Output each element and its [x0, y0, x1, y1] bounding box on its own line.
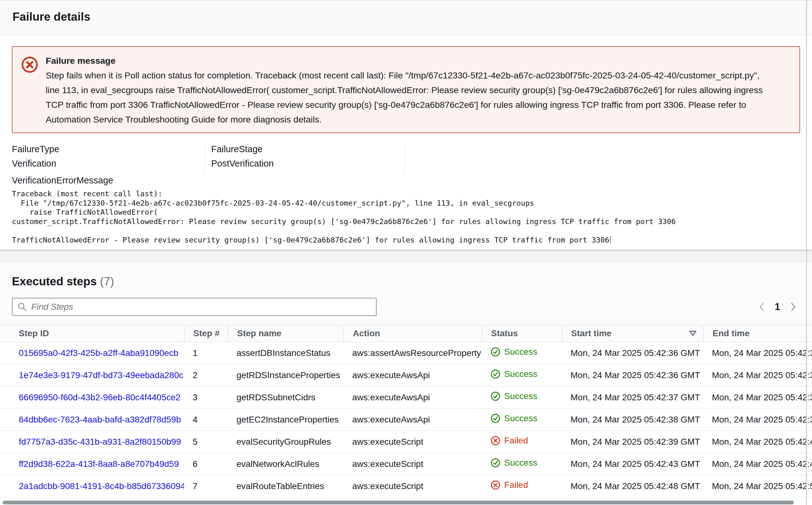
traceback-line: [12, 226, 800, 235]
end-time: Mon, 24 Mar 2025 05:42:51: [703, 481, 812, 491]
failure-details-header: Failure details: [0, 1, 812, 35]
status-badge: Success: [490, 458, 537, 468]
page-title: Failure details: [12, 11, 800, 23]
status-badge: Failed: [490, 436, 528, 446]
tools-row: 1: [12, 298, 800, 316]
status-badge: Success: [490, 369, 537, 379]
table-row: 015695a0-42f3-425b-a2ff-4aba91090ecb 1 a…: [0, 342, 812, 364]
table-row: 64dbb6ec-7623-4aab-bafd-a382df78d59b 4 g…: [0, 409, 812, 431]
status-badge: Success: [490, 391, 537, 401]
step-id-link[interactable]: 2a1adcbb-9081-4191-8c4b-b85d67336094: [19, 481, 184, 491]
step-action: aws:executeAwsApi: [343, 392, 482, 402]
table-row: 66696950-f60d-43b2-96eb-80c4f4405ce2 3 g…: [0, 386, 812, 409]
status-text: Success: [504, 369, 537, 379]
start-time: Mon, 24 Mar 2025 05:42:37 GMT: [562, 392, 703, 402]
pagination: 1: [756, 300, 800, 314]
executed-steps-tools: Executed steps(7) 1: [0, 262, 812, 325]
steps-count: (7): [100, 275, 114, 288]
step-name: evalSecurityGroupRules: [228, 437, 343, 447]
alert-text: Failure message Step fails when it is Po…: [46, 55, 771, 127]
column-header-status: Status: [482, 325, 562, 342]
failed-icon: [490, 480, 500, 490]
end-time: Mon, 24 Mar 2025 05:42:36: [703, 348, 812, 358]
search-input[interactable]: [31, 299, 371, 315]
verification-error-section: VerificationErrorMessage Traceback (most…: [12, 175, 800, 245]
step-action: aws:executeScript: [343, 459, 482, 469]
text-cursor: [610, 236, 611, 243]
traceback-text: TrafficNotAllowedError - Please review s…: [12, 235, 609, 244]
executed-steps-heading: Executed steps(7): [12, 275, 800, 289]
step-name: evalNetworkAclRules: [228, 459, 343, 469]
end-time: Mon, 24 Mar 2025 05:42:37: [703, 370, 812, 380]
failure-details-body: Failure message Step fails when it is Po…: [0, 35, 812, 250]
vertical-scrollbar-track[interactable]: [806, 0, 807, 505]
traceback-line: File "/tmp/67c12330-5f21-4e2b-a67c-ac023…: [12, 199, 800, 208]
search-icon: [17, 302, 27, 312]
sort-descending-icon: [689, 330, 697, 337]
step-id-link[interactable]: 66696950-f60d-43b2-96eb-80c4f4405ce2: [19, 392, 181, 402]
end-time: Mon, 24 Mar 2025 05:42:43: [703, 437, 812, 447]
end-time: Mon, 24 Mar 2025 05:42:39: [703, 415, 812, 425]
status-text: Success: [504, 347, 537, 357]
start-time: Mon, 24 Mar 2025 05:42:43 GMT: [562, 459, 703, 469]
step-number: 6: [184, 459, 228, 469]
status-badge: Failed: [490, 480, 528, 490]
horizontal-scrollbar-thumb[interactable]: [2, 501, 794, 504]
step-action: aws:executeScript: [343, 437, 482, 447]
traceback-line: Traceback (most recent call last):: [12, 189, 800, 199]
step-action: aws:executeAwsApi: [343, 370, 482, 380]
executed-steps-title: Executed steps: [12, 275, 97, 288]
start-time: Mon, 24 Mar 2025 05:42:48 GMT: [562, 481, 703, 491]
status-text: Success: [504, 391, 537, 401]
step-id-link[interactable]: fd7757a3-d35c-431b-a931-8a2f80150b99: [19, 437, 181, 447]
table-header: Step ID Step # Step name Action Status S…: [0, 325, 812, 342]
verification-error-label: VerificationErrorMessage: [12, 175, 800, 186]
step-name: getEC2InstanceProperties: [228, 415, 343, 425]
success-icon: [490, 369, 500, 379]
failure-fields: FailureType Verification FailureStage Po…: [12, 144, 800, 173]
success-icon: [490, 347, 500, 357]
previous-page-button[interactable]: [756, 300, 768, 314]
table-row: 2a1adcbb-9081-4191-8c4b-b85d67336094 7 e…: [0, 475, 812, 498]
success-icon: [490, 391, 500, 401]
failure-type-value: Verification: [12, 158, 204, 169]
step-number: 2: [184, 370, 228, 380]
table-row: 1e74e3e3-9179-47df-bd73-49eebada280c 2 g…: [0, 364, 812, 386]
status-badge: Success: [490, 347, 537, 357]
step-action: aws:assertAwsResourceProperty: [343, 348, 482, 358]
success-icon: [490, 413, 500, 424]
step-id-link[interactable]: 1e74e3e3-9179-47df-bd73-49eebada280c: [19, 370, 183, 380]
failure-stage-value: PostVerification: [211, 158, 404, 169]
start-time-label: Start time: [571, 328, 611, 338]
step-id-link[interactable]: ff2d9d38-622a-413f-8aa8-a8e707b49d59: [19, 459, 179, 469]
end-time: Mon, 24 Mar 2025 05:42:38: [703, 392, 812, 402]
error-icon: [21, 56, 39, 74]
step-number: 7: [184, 481, 228, 491]
failure-type-field: FailureType Verification: [12, 144, 205, 173]
status-badge: Success: [490, 413, 537, 424]
column-header-step-num: Step #: [184, 325, 228, 342]
failure-message-alert: Failure message Step fails when it is Po…: [12, 46, 800, 133]
step-name: getRDSSubnetCidrs: [228, 392, 343, 402]
column-header-action: Action: [343, 325, 482, 342]
step-id-link[interactable]: 64dbb6ec-7623-4aab-bafd-a382df78d59b: [19, 415, 181, 425]
alert-title: Failure message: [46, 55, 771, 66]
traceback-line: raise TrafficNotAllowedError(: [12, 208, 800, 217]
column-header-step-name: Step name: [228, 325, 343, 342]
column-header-start-time[interactable]: Start time: [562, 325, 703, 342]
column-header-step-id: Step ID: [0, 325, 184, 342]
table-row: ff2d9d38-622a-413f-8aa8-a8e707b49d59 6 e…: [0, 453, 812, 475]
next-page-button[interactable]: [787, 300, 800, 314]
column-header-end-time: End time: [703, 325, 812, 342]
step-number: 1: [184, 348, 228, 358]
step-id-link[interactable]: 015695a0-42f3-425b-a2ff-4aba91090ecb: [19, 348, 178, 358]
failure-stage-label: FailureStage: [211, 144, 404, 154]
start-time: Mon, 24 Mar 2025 05:42:36 GMT: [562, 348, 703, 358]
step-action: aws:executeAwsApi: [343, 415, 482, 425]
step-name: evalRouteTableEntries: [228, 481, 343, 491]
failed-icon: [490, 436, 500, 446]
search-box[interactable]: [12, 298, 377, 316]
verification-error-message: Traceback (most recent call last): File …: [12, 189, 800, 245]
current-page[interactable]: 1: [768, 301, 787, 313]
status-text: Failed: [504, 480, 528, 490]
